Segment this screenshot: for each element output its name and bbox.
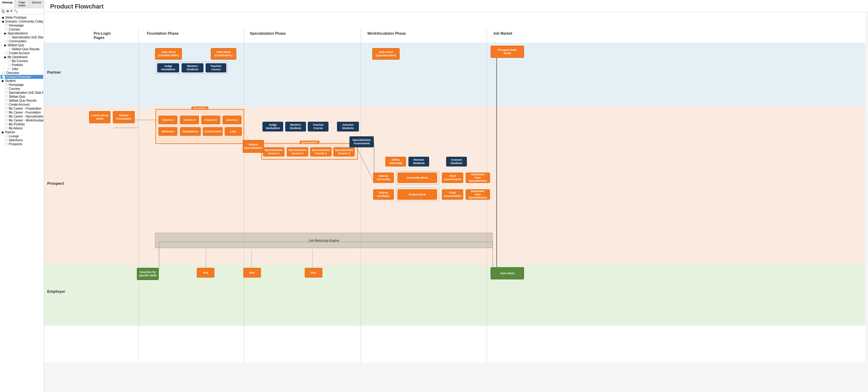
- sidebar-tree: ◆ Stella Prototype ◆ Scenario: Community…: [0, 14, 44, 147]
- page-title: Product Flowchart: [50, 3, 862, 10]
- box-searches-specific-skills[interactable]: Searches forspecific skills: [137, 268, 159, 280]
- project-work-border: [396, 188, 439, 201]
- phase-foundation-header: Foundation Phase: [145, 29, 181, 38]
- box-graduates-spec-inc[interactable]: GraduatesfromSpecialization: [466, 189, 490, 200]
- box-gets-hired-certification[interactable]: Gets Hired(Certification): [211, 48, 236, 60]
- box-mentors-students-work[interactable]: MentorsStudents: [408, 157, 429, 167]
- tree-career-foundation[interactable]: 📄 My Career - Foundation: [1, 111, 43, 115]
- tree-specialization-ioe[interactable]: 📄 Specialization (IoE Data Analy…: [1, 35, 43, 39]
- canvas-area[interactable]: Pre-LoginPages Foundation Phase Speciali…: [44, 12, 868, 392]
- box-prospect-gets-hired[interactable]: Prospect GetsHired: [491, 46, 524, 58]
- tree-student-courses[interactable]: 📄 Courses: [1, 87, 43, 91]
- box-gets-hired-specialization[interactable]: Gets Hired[Specialization]: [372, 48, 400, 60]
- box-asesses-students-spec[interactable]: AsessesStudents: [337, 122, 359, 131]
- box-course1[interactable]: Course 1: [158, 116, 177, 124]
- box-final-assessments-inc[interactable]: FinalAssessments: [442, 189, 463, 200]
- box-learns-about-stella[interactable]: Learns aboutStella: [89, 111, 111, 123]
- box-gets-hired[interactable]: Gets Hired: [491, 267, 524, 279]
- tree-student-spec[interactable]: 📄 Specialization (IoE Data Analyst): [1, 91, 43, 95]
- tree-scenario[interactable]: ◆ Scenario: Community College Grad: [1, 20, 43, 24]
- main-area: Product Flowchart: [44, 0, 868, 392]
- box-hire3[interactable]: Hire: [305, 268, 322, 277]
- box-hire1[interactable]: Hire: [197, 268, 214, 277]
- tree-my-advice[interactable]: 📄 My Advice: [1, 126, 43, 130]
- box-course3[interactable]: Course 3: [202, 116, 220, 124]
- tree-career-spec[interactable]: 📄 My Career - Specialization: [1, 115, 43, 118]
- tree-student-skillset[interactable]: 📄 Skillset Quiz: [1, 95, 43, 99]
- tree-specializations[interactable]: ▶ Specializations: [1, 31, 43, 35]
- box-hackathons[interactable]: Hackathons: [180, 127, 201, 136]
- lane-partner-label: Partner: [47, 70, 61, 74]
- tree-student[interactable]: ▶ Student: [1, 79, 43, 83]
- tree-my-courses[interactable]: 📄 My Courses: [1, 59, 43, 63]
- tab-page-notes[interactable]: Page Notes: [14, 0, 29, 8]
- box-final-assessments-int[interactable]: FinalAssessments: [442, 173, 463, 183]
- box-spec-course4[interactable]: SpecializationCourse 4: [333, 147, 354, 156]
- box-teaches-course-spec[interactable]: TeachesCourse: [308, 122, 329, 131]
- tree-skillset-quiz-results[interactable]: 📄 Skillset Quiz Results: [1, 47, 43, 51]
- internship-work-border: [396, 171, 439, 184]
- box-labs[interactable]: Labs: [225, 127, 242, 136]
- box-selects-specialization[interactable]: SelectsSpecialization: [243, 140, 264, 153]
- box-spec-assessment[interactable]: SpecializationAssessment: [349, 137, 374, 147]
- box-selects-incubator[interactable]: SelectsIncubator: [373, 189, 394, 200]
- tree-overview[interactable]: 📄 Overview: [1, 71, 43, 75]
- tree-my-dashboard[interactable]: ▶ My Dashboard: [1, 55, 43, 59]
- tree-create-account[interactable]: 📄 Create Account: [1, 51, 43, 55]
- foundation-group: Foundation: [155, 109, 244, 144]
- tree-prospects[interactable]: 📄 Prospects: [1, 142, 43, 146]
- phase-work-header: Work/Incubator Phase: [365, 29, 408, 38]
- tree-product-flowchart[interactable]: 📄 Product Flowchart: [1, 75, 43, 79]
- search-icon[interactable]: 🔍: [14, 9, 18, 13]
- box-spec-course2[interactable]: SpecializationCourse 2: [287, 147, 308, 156]
- box-course2[interactable]: Course 2: [180, 116, 199, 124]
- tree-career-work[interactable]: 📄 My Career - Work/Incubator: [1, 118, 43, 122]
- lane-employer-bg: [44, 265, 865, 326]
- tree-my-portfolio[interactable]: 📄 My Portfolio: [1, 122, 43, 126]
- tree-student-create-account[interactable]: 📄 Create Account: [1, 102, 43, 107]
- foundation-group-label: Foundation: [191, 107, 208, 110]
- flowchart: Pre-LoginPages Foundation Phase Speciali…: [44, 12, 865, 362]
- tree-student-homepage[interactable]: 📄 Homepage: [1, 83, 43, 87]
- tree-portfolio[interactable]: 📄 Portfolio: [1, 63, 43, 67]
- box-offers-internship[interactable]: OffersInternship: [385, 157, 406, 167]
- phase-pre-login-header: Pre-LoginPages: [91, 29, 113, 42]
- box-webinars[interactable]: Webinars: [158, 127, 177, 136]
- box-graduates-spec-int[interactable]: GraduatesfromSpecialization: [466, 173, 490, 183]
- tree-skillset-quiz[interactable]: ▶ Skillset Quiz: [1, 43, 43, 47]
- sidebar-tabs: Sitemap Page Notes Discuss: [0, 0, 44, 8]
- box-asesses-students-work[interactable]: AsessesStudents: [446, 157, 467, 167]
- phase-job-market-header: Job Market: [491, 29, 515, 38]
- box-spec-course1[interactable]: SpecializationCourse 1: [263, 147, 284, 156]
- tree-selections[interactable]: 📄 Selections: [1, 138, 43, 142]
- tree-partner[interactable]: ▶ Partner: [1, 130, 43, 134]
- home-icon[interactable]: 🏠: [1, 9, 5, 13]
- job-matching-engine-bar: Job Matching Engine: [155, 233, 493, 248]
- expand-icon[interactable]: ⊞: [6, 9, 9, 13]
- box-course4[interactable]: Course 4: [223, 116, 242, 124]
- tree-stella-prototype[interactable]: ◆ Stella Prototype: [1, 16, 43, 20]
- box-hire2[interactable]: Hire: [243, 268, 261, 277]
- sidebar-toolbar: 🏠 ⊞ ✕ 🔍: [0, 8, 44, 14]
- lane-prospect-label: Prospect: [47, 181, 64, 186]
- tree-communities[interactable]: 📄 Communities: [1, 39, 43, 43]
- tree-career-prep[interactable]: 📄 My Career - Preparation: [1, 107, 43, 111]
- sidebar: Sitemap Page Notes Discuss 🏠 ⊞ ✕ 🔍 ◆ Ste…: [0, 0, 44, 392]
- tree-jobs[interactable]: 📄 Jobs: [1, 67, 43, 71]
- tab-discuss[interactable]: Discuss: [30, 0, 44, 8]
- collapse-icon[interactable]: ✕: [10, 9, 13, 13]
- tree-student-skillset-results[interactable]: 📄 Skillset Quiz Results: [1, 99, 43, 102]
- box-judge-hackathon-spec[interactable]: JudgeHackathon: [262, 122, 283, 131]
- box-local-events[interactable]: Local Events: [203, 127, 223, 136]
- tree-courses[interactable]: 📄 Courses: [1, 27, 43, 31]
- box-selects-internship[interactable]: SelectsInternship: [373, 173, 394, 183]
- box-mentors-students-spec[interactable]: MentorsStudents: [285, 122, 306, 131]
- title-bar: Product Flowchart: [44, 0, 868, 12]
- box-gets-hired-certified-skills[interactable]: Gets Hired(Certified Skills): [155, 48, 182, 60]
- tree-lounge[interactable]: 📄 Lounge: [1, 134, 43, 138]
- partner-nav-box-group: [156, 62, 228, 74]
- tree-homepage[interactable]: 📄 Homepage: [1, 24, 43, 27]
- box-selects-foundation[interactable]: SelectsFoundation: [113, 111, 135, 123]
- box-spec-course3[interactable]: SpecializationCourse 3: [310, 147, 332, 156]
- tab-sitemap[interactable]: Sitemap: [0, 0, 14, 8]
